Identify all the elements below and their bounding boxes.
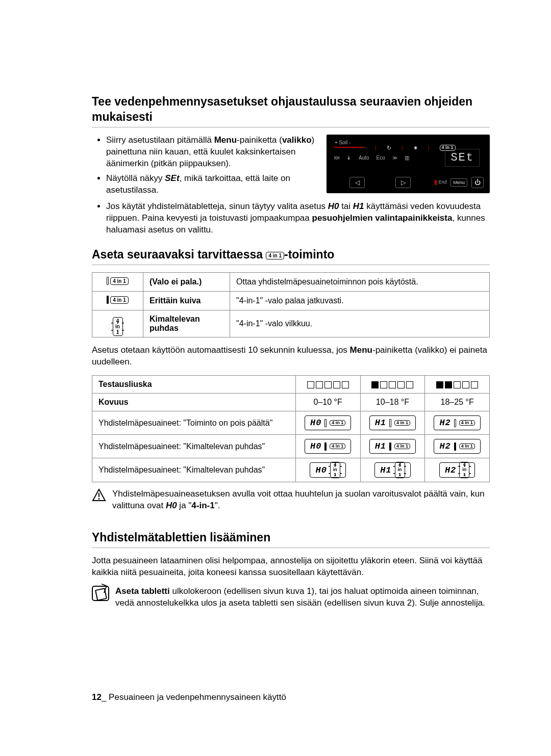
cell-c1: H14 in 1 — [360, 458, 425, 482]
light-on-icon — [324, 442, 327, 451]
page-number: 12 — [92, 692, 102, 702]
icon-cell-off: 4 in 1 — [92, 273, 143, 292]
cell-a1: H14 in 1 — [360, 411, 425, 435]
hard-val-1: 10–18 °F — [360, 394, 425, 411]
row-a-label: Yhdistelmäpesuaineet: "Toiminto on pois … — [92, 411, 296, 435]
section3-title: Yhdistelmätablettien lisääminen — [92, 530, 490, 548]
text: ). Sulje annostelija. — [412, 598, 485, 608]
text: ". — [215, 501, 220, 510]
squares-2 — [425, 376, 490, 394]
4in1-badge-title: 4 in 1 — [266, 252, 284, 259]
kuva1: kuva 1 — [286, 586, 312, 596]
text: Jos käytät yhdistelmätabletteja, sinun t… — [106, 201, 328, 211]
table-row: 4 in 1 Erittäin kuiva "4-in-1" -valo pal… — [92, 292, 490, 310]
h1-code: H1 — [353, 201, 364, 211]
page-footer: 12_ Pesuaineen ja vedenpehmennysaineen k… — [92, 692, 286, 702]
squares-0 — [295, 376, 360, 394]
control-panel-image: + Soil - |↻ |✷ |4 in 1 🍽🌡AutoEco≫▥ SEt ◁… — [327, 135, 490, 193]
light-blink-icon: 4 in 1 — [395, 465, 405, 475]
light-off-icon — [107, 277, 109, 285]
table-row: Yhdistelmäpesuaineet: "Toiminto on pois … — [92, 411, 490, 435]
menu-word: Menu — [350, 345, 372, 355]
text: Aseta seuraavaksi tarvittaessa — [92, 248, 266, 261]
light-off-icon — [454, 419, 456, 427]
hardness-header: Kovuus — [92, 394, 296, 411]
test-strip-header: Testausliuska — [92, 376, 296, 394]
table-row: Yhdistelmäpesuaineet: "Kimaltelevan puhd… — [92, 435, 490, 458]
desc: "4-in-1" -valo palaa jatkuvasti. — [230, 292, 490, 310]
light-on-icon — [107, 296, 109, 304]
table-row: 4 in 1 Kimaltelevan puhdas "4-in-1" -val… — [92, 310, 490, 337]
row-c-label: Yhdistelmäpesuaineet: "Kimaltelevan puhd… — [92, 458, 296, 482]
s1-bullet-2: Näytöllä näkyy SEt, mikä tarkoittaa, ett… — [106, 173, 316, 196]
h0-code: H0 — [328, 201, 339, 211]
light-blink-icon: 4 in 1 — [330, 465, 340, 475]
panel-end-label: End — [435, 179, 446, 185]
4in1-badge: 4 in 1 — [110, 296, 129, 304]
panel-mid-icons: 🍽🌡AutoEco≫▥ — [334, 155, 409, 161]
light-on-icon — [454, 442, 456, 451]
text-bold: Aseta tabletti — [115, 586, 170, 596]
table-row: 4 in 1 (Valo ei pala.) Ottaa yhdistelmäp… — [92, 273, 490, 292]
light-on-icon — [389, 442, 391, 451]
text: Näytöllä näkyy — [106, 173, 165, 183]
label: (Valo ei pala.) — [143, 273, 230, 292]
note-icon — [92, 586, 109, 601]
label: Erittäin kuiva — [143, 292, 230, 310]
panel-menu-button: Menu — [450, 178, 467, 187]
section3-intro: Jotta pesuaineen lataaminen olisi helpom… — [92, 555, 490, 579]
section1-title: Tee vedenpehmennysasetukset ohjaustaulus… — [92, 94, 490, 127]
panel-right-button: ▷ — [395, 177, 411, 188]
text: -painiketta ( — [237, 135, 282, 145]
table-row: Kovuus 0–10 °F 10–18 °F 18–25 °F — [92, 394, 490, 411]
soil-label: + Soil - — [335, 140, 350, 145]
text: ulkolokeroon (edellisen sivun — [170, 586, 286, 596]
icon-cell-blink: 4 in 1 — [92, 310, 143, 337]
warning-text: Yhdistelmäpesuaineasetuksen avulla voit … — [112, 488, 490, 512]
cell-b0: H04 in 1 — [295, 435, 360, 458]
cell-b2: H24 in 1 — [425, 435, 490, 458]
table-row: Testausliuska — [92, 376, 490, 394]
panel-top-icons: |↻ |✷ |4 in 1 — [375, 145, 456, 151]
text: -toiminto — [284, 248, 334, 261]
text: ja " — [177, 501, 192, 510]
section2-title: Aseta seuraavaksi tarvittaessa 4 in 1-to… — [92, 247, 490, 265]
text: tai — [339, 201, 353, 211]
light-off-icon — [324, 419, 327, 427]
svg-point-2 — [98, 498, 100, 500]
light-off-icon — [389, 419, 391, 427]
cell-b1: H14 in 1 — [360, 435, 425, 458]
panel-display: SEt — [445, 149, 480, 167]
s1-bullet-3: Jos käytät yhdistelmätabletteja, sinun t… — [106, 201, 490, 236]
label: Kimaltelevan puhdas — [143, 310, 230, 337]
auto-apply-note: Asetus otetaan käyttöön automaattisesti … — [92, 345, 490, 368]
cell-c0: H04 in 1 — [295, 458, 360, 482]
note-text: Aseta tabletti ulkolokeroon (edellisen s… — [115, 586, 490, 609]
cell-a0: H04 in 1 — [295, 411, 360, 435]
footer-text: Pesuaineen ja vedenpehmennysaineen käytt… — [109, 692, 286, 702]
text: Siirry asetustilaan pitämällä — [106, 135, 214, 145]
hard-val-0: 0–10 °F — [295, 394, 360, 411]
light-blink-icon: 4 in 1 — [113, 322, 123, 332]
cell-c2: H24 in 1 — [425, 458, 490, 482]
s1-bullet-1: Siirry asetustilaan pitämällä Menu-paini… — [106, 135, 316, 170]
desc: "4-in-1" -valo vilkkuu. — [230, 310, 490, 337]
h0-code: H0 — [166, 501, 177, 510]
set-code: SEt — [165, 173, 179, 183]
kuva2: kuva 2 — [386, 598, 412, 608]
squares-1 — [360, 376, 425, 394]
footer-sep: _ — [102, 692, 109, 702]
panel-left-button: ◁ — [349, 177, 365, 188]
desc: Ottaa yhdistelmäpesuainetoiminnon pois k… — [230, 273, 490, 292]
4in1-badge: 4 in 1 — [113, 317, 123, 336]
warning-icon — [92, 488, 106, 502]
placement-note: Aseta tabletti ulkolokeroon (edellisen s… — [92, 586, 490, 609]
warning-note: Yhdistelmäpesuaineasetuksen avulla voit … — [92, 488, 490, 512]
hard-val-2: 18–25 °F — [425, 394, 490, 411]
text: Asetus otetaan käyttöön automaattisesti … — [92, 345, 350, 355]
bold-text: pesuohjelmien valintapainikkeista — [312, 213, 453, 223]
hardness-table: Testausliuska Kovuus 0–10 °F 10–18 °F 18… — [92, 375, 490, 482]
4in1-mode-table: 4 in 1 (Valo ei pala.) Ottaa yhdistelmäp… — [92, 272, 490, 337]
menu-word: Menu — [214, 135, 237, 145]
row-b-label: Yhdistelmäpesuaineet: "Kimaltelevan puhd… — [92, 435, 296, 458]
